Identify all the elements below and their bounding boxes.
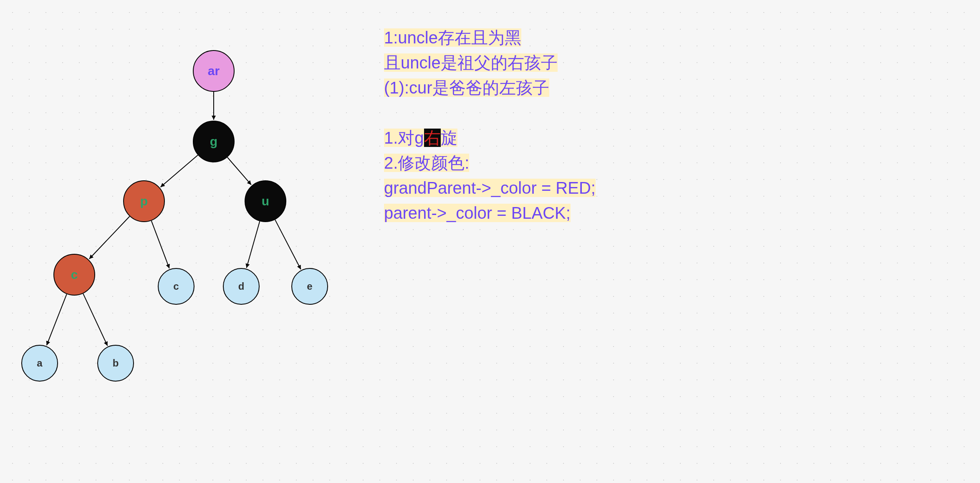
tree-node-p[interactable]: p (123, 180, 165, 222)
tree-edge (160, 155, 198, 187)
tree-node-e[interactable]: e (291, 268, 328, 305)
text2-line4: parent->_color = BLACK; (384, 204, 571, 222)
tree-edge (47, 294, 67, 346)
annotation-text-1: 1:uncle存在且为黑 且uncle是祖父的右孩子 (1):cur是爸爸的左孩… (384, 25, 558, 100)
text2-line3: grandParent->_color = RED; (384, 179, 596, 197)
text1-line1: 1:uncle存在且为黑 (384, 28, 521, 47)
tree-node-ar[interactable]: ar (193, 50, 235, 92)
tree-node-a[interactable]: a (21, 345, 58, 382)
annotation-text-2: 1.对g右旋 2.修改颜色: grandParent->_color = RED… (384, 125, 596, 225)
text2-line2: 2.修改颜色: (384, 154, 469, 172)
diagram-canvas[interactable]: argpuccdeab 1:uncle存在且为黑 且uncle是祖父的右孩子 (… (0, 0, 980, 483)
tree-edge (227, 157, 251, 185)
tree-edge (275, 220, 301, 269)
tree-edge (152, 221, 169, 268)
tree-node-u[interactable]: u (245, 180, 286, 222)
tree-node-d[interactable]: d (223, 268, 260, 305)
tree-node-c2[interactable]: c (158, 268, 194, 305)
tree-node-cBig[interactable]: c (53, 254, 95, 296)
tree-edge (83, 293, 107, 346)
tree-node-b[interactable]: b (97, 345, 134, 382)
tree-edge (89, 216, 130, 259)
text1-line3: (1):cur是爸爸的左孩子 (384, 78, 549, 97)
tree-node-g[interactable]: g (193, 121, 235, 162)
text2-line1: 1.对g右旋 (384, 129, 457, 147)
text1-line2: 且uncle是祖父的右孩子 (384, 53, 558, 72)
tree-edge (247, 221, 260, 268)
